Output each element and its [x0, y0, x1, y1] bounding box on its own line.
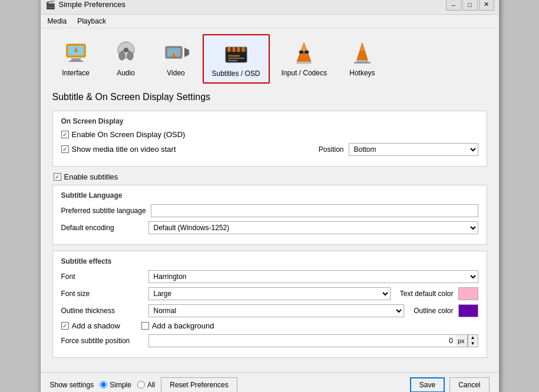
outline-color-swatch[interactable]: [458, 304, 478, 317]
default-encoding-row: Default encoding Default (Windows-1252) …: [61, 221, 478, 234]
simple-radio-label[interactable]: Simple: [100, 381, 131, 389]
default-encoding-select[interactable]: Default (Windows-1252) UTF-8 ISO-8859-1: [148, 221, 478, 234]
menu-playback[interactable]: Playback: [72, 16, 111, 26]
audio-icon: [112, 38, 140, 67]
language-group-label: Subtitle Language: [61, 191, 478, 200]
enable-subtitles-label[interactable]: Enable subtitles: [54, 172, 118, 181]
hotkeys-icon: [348, 38, 376, 67]
title-bar-buttons: – □ ✕: [446, 0, 494, 11]
font-size-label: Font size: [61, 290, 144, 298]
force-position-down-button[interactable]: ▼: [468, 341, 478, 347]
shadow-background-row: Add a shadow Add a background: [61, 321, 478, 330]
show-title-label[interactable]: Show media title on video start: [61, 145, 176, 154]
svg-point-7: [127, 52, 133, 60]
main-window: 🎬 Simple Preferences – □ ✕ Media Playbac…: [40, 0, 500, 392]
font-select[interactable]: Harrington Arial Times New Roman: [148, 270, 478, 283]
force-position-spinner-buttons: ▲ ▼: [468, 334, 478, 347]
text-color-swatch[interactable]: [458, 287, 478, 300]
font-size-row: Font size Small Normal Large Larger Larg…: [61, 287, 478, 300]
osd-group-label: On Screen Display: [61, 117, 478, 125]
window-title: Simple Preferences: [59, 0, 125, 9]
svg-point-8: [124, 48, 128, 52]
enable-subtitles-row: Enable subtitles: [52, 172, 487, 181]
subtitles-icon: [222, 39, 250, 67]
svg-rect-3: [69, 61, 83, 62]
svg-rect-20: [228, 55, 240, 57]
save-button[interactable]: Save: [410, 377, 445, 393]
svg-rect-27: [305, 51, 309, 54]
close-button[interactable]: ✕: [479, 0, 494, 11]
svg-rect-2: [71, 58, 81, 61]
svg-rect-22: [228, 60, 237, 61]
svg-marker-10: [184, 48, 189, 57]
tab-interface[interactable]: Interface: [52, 34, 100, 84]
svg-point-6: [119, 52, 125, 60]
simple-radio[interactable]: [100, 381, 107, 388]
all-radio-label[interactable]: All: [137, 381, 155, 389]
settings-mode-group: Simple All: [100, 381, 155, 389]
tab-audio-label: Audio: [117, 69, 135, 77]
tab-subtitles-label: Subtitles / OSD: [212, 69, 260, 78]
svg-rect-25: [297, 62, 311, 64]
tab-video[interactable]: Video: [153, 34, 200, 84]
add-background-checkbox[interactable]: [141, 322, 149, 330]
preferred-lang-input[interactable]: [151, 204, 478, 217]
svg-rect-32: [354, 62, 371, 64]
subtitle-language-section: Subtitle Language Preferred subtitle lan…: [52, 185, 487, 245]
show-title-checkbox[interactable]: [61, 145, 69, 153]
add-shadow-checkbox[interactable]: [61, 322, 69, 330]
tab-input[interactable]: Input / Codecs: [273, 34, 336, 84]
enable-osd-checkbox[interactable]: [61, 131, 69, 138]
svg-rect-26: [299, 51, 303, 54]
default-encoding-label: Default encoding: [61, 224, 144, 232]
enable-osd-label[interactable]: Enable On Screen Display (OSD): [61, 130, 186, 139]
enable-subtitles-checkbox[interactable]: [54, 173, 61, 181]
svg-rect-21: [228, 58, 244, 59]
page-section-title: Subtitle & On Screen Display Settings: [52, 92, 487, 102]
preferred-lang-row: Preferred subtitle language: [61, 204, 478, 217]
tab-input-label: Input / Codecs: [282, 69, 327, 77]
minimize-button[interactable]: –: [446, 0, 461, 11]
effects-group-label: Subtitle effects: [61, 257, 478, 265]
tab-audio[interactable]: Audio: [102, 34, 150, 84]
force-position-unit: px: [455, 334, 468, 347]
video-icon: [162, 38, 190, 67]
text-color-label: Text default color: [400, 290, 454, 298]
force-position-row: Force subtitle position px ▲ ▼: [61, 334, 478, 347]
font-label: Font: [61, 273, 144, 281]
all-radio[interactable]: [137, 381, 145, 388]
title-bar-left: 🎬 Simple Preferences: [45, 0, 125, 9]
app-icon: 🎬: [45, 0, 55, 9]
content-area: Subtitle & On Screen Display Settings On…: [41, 84, 499, 372]
font-row: Font Harrington Arial Times New Roman: [61, 270, 478, 283]
add-background-label[interactable]: Add a background: [141, 321, 214, 330]
maximize-button[interactable]: □: [462, 0, 478, 11]
force-position-input[interactable]: [148, 334, 455, 347]
svg-rect-16: [228, 47, 230, 52]
add-shadow-label[interactable]: Add a shadow: [61, 321, 120, 330]
tab-hotkeys[interactable]: Hotkeys: [339, 34, 386, 84]
reset-preferences-button[interactable]: Reset Preferences: [161, 377, 237, 393]
svg-rect-19: [242, 47, 244, 52]
svg-rect-17: [233, 47, 235, 52]
svg-rect-13: [173, 57, 176, 58]
cancel-button[interactable]: Cancel: [449, 377, 489, 393]
position-label: Position: [319, 145, 344, 154]
outline-thickness-select[interactable]: None Small Normal Large Larger: [148, 304, 405, 317]
footer-right-buttons: Save Cancel: [410, 377, 490, 393]
interface-icon: [62, 38, 90, 67]
menu-media[interactable]: Media: [43, 16, 72, 26]
force-position-label: Force subtitle position: [61, 337, 144, 345]
outline-thickness-label: Outline thickness: [61, 307, 144, 315]
show-settings-label: Show settings: [50, 381, 94, 389]
enable-osd-row: Enable On Screen Display (OSD): [61, 130, 478, 139]
position-select[interactable]: Bottom Top Left Right Center: [349, 143, 478, 156]
menu-bar: Media Playback: [41, 15, 499, 28]
osd-section: On Screen Display Enable On Screen Displ…: [52, 111, 487, 167]
force-position-up-button[interactable]: ▲: [468, 335, 478, 341]
show-title-row: Show media title on video start Position…: [61, 143, 478, 156]
tab-subtitles[interactable]: Subtitles / OSD: [203, 34, 270, 84]
subtitle-effects-section: Subtitle effects Font Harrington Arial T…: [52, 251, 487, 358]
svg-marker-30: [360, 43, 365, 51]
font-size-select[interactable]: Small Normal Large Larger Largest: [148, 287, 391, 300]
